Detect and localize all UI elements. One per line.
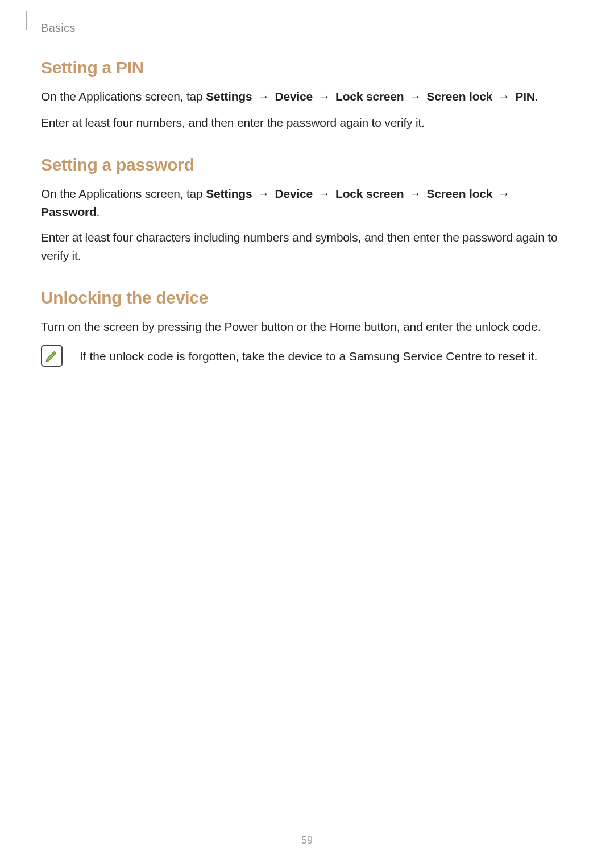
text: On the Applications screen, tap: [41, 90, 206, 103]
text: .: [535, 90, 538, 103]
path-step: Device: [275, 187, 313, 200]
password-instruction-path: On the Applications screen, tap Settings…: [41, 185, 573, 221]
unlock-instruction: Turn on the screen by pressing the Power…: [41, 318, 573, 336]
path-step: Device: [275, 90, 313, 103]
heading-setting-password: Setting a password: [41, 155, 573, 175]
header-rule: [26, 11, 27, 30]
note-callout: If the unlock code is forgotten, take th…: [41, 344, 573, 367]
arrow-icon: →: [496, 88, 512, 106]
path-step: Lock screen: [335, 187, 404, 200]
pin-instruction-verify: Enter at least four numbers, and then en…: [41, 114, 573, 132]
path-step: Lock screen: [335, 90, 404, 103]
text: .: [97, 205, 100, 218]
page-number: 59: [0, 834, 614, 846]
path-step: Password: [41, 205, 97, 218]
arrow-icon: →: [496, 185, 512, 203]
arrow-icon: →: [255, 185, 272, 203]
path-step: PIN: [515, 90, 534, 103]
arrow-icon: →: [316, 185, 333, 203]
text: On the Applications screen, tap: [41, 187, 206, 200]
heading-unlocking-device: Unlocking the device: [41, 288, 573, 308]
pin-instruction-path: On the Applications screen, tap Settings…: [41, 88, 573, 106]
arrow-icon: →: [407, 185, 424, 203]
pencil-note-icon: [44, 348, 59, 363]
arrow-icon: →: [407, 88, 424, 106]
note-text: If the unlock code is forgotten, take th…: [80, 347, 537, 366]
note-icon: [41, 345, 63, 367]
heading-setting-pin: Setting a PIN: [41, 58, 573, 77]
password-instruction-verify: Enter at least four characters including…: [41, 229, 573, 264]
breadcrumb: Basics: [41, 22, 76, 35]
arrow-icon: →: [255, 88, 272, 106]
path-step: Settings: [206, 90, 252, 103]
path-step: Screen lock: [427, 90, 493, 103]
arrow-icon: →: [316, 88, 333, 106]
path-step: Screen lock: [427, 187, 493, 200]
path-step: Settings: [206, 187, 252, 200]
page-content: Setting a PIN On the Applications screen…: [41, 58, 573, 367]
